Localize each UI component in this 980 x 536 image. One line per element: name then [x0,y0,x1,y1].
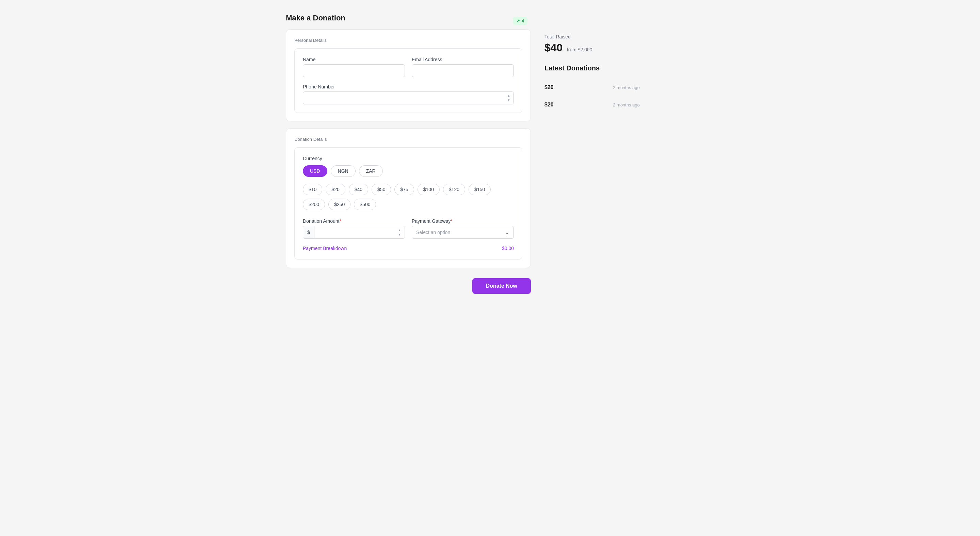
email-label: Email Address [412,57,514,62]
amount-pill-250[interactable]: $250 [328,198,350,210]
name-field-group: Name [303,57,405,77]
currency-btn-ngn[interactable]: NGN [331,165,356,177]
total-raised-row: $40 from $2,000 [544,41,640,54]
amount-pill-100[interactable]: $100 [417,184,440,195]
payment-breakdown-row: Payment Breakdown $0.00 [303,246,514,251]
donations-list: $20 2 months ago $20 2 months ago [544,79,640,114]
payment-gateway-label: Payment Gateway* [412,218,514,224]
donation-amount-gateway-row: Donation Amount* $ ▲ ▼ [303,218,514,239]
donation-amount-wrapper-group: Donation Amount* $ ▲ ▼ [303,218,405,239]
latest-donations-title: Latest Donations [544,64,640,72]
amount-pill-50[interactable]: $50 [372,184,391,195]
currency-btn-usd[interactable]: USD [303,165,327,177]
amount-pill-75[interactable]: $75 [395,184,414,195]
donation-item: $20 2 months ago [544,96,640,114]
payment-breakdown-label[interactable]: Payment Breakdown [303,246,347,251]
donation-item-amount: $20 [544,84,554,90]
currency-btn-zar[interactable]: ZAR [359,165,383,177]
total-raised-label: Total Raised [544,34,640,40]
phone-label: Phone Number [303,84,514,89]
phone-spinner: ▲ ▼ [507,94,511,102]
name-input[interactable] [303,64,405,77]
donate-btn-row: Donate Now [286,275,531,297]
from-goal: from $2,000 [567,47,592,52]
donation-item-time: 2 months ago [613,102,640,108]
name-email-row: Name Email Address [303,57,514,77]
donation-item-time: 2 months ago [613,85,640,90]
donation-amount-label: Donation Amount* [303,218,405,224]
side-panel: Total Raised $40 from $2,000 Latest Dona… [544,14,640,529]
trending-count: 4 [522,18,524,24]
currency-row: USDNGNZAR [303,165,514,177]
phone-input[interactable] [303,92,514,105]
phone-input-wrapper: ▲ ▼ [303,92,514,105]
donate-now-button[interactable]: Donate Now [472,278,531,294]
amount-pills: $10$20$40$50$75$100$120$150$200$250$500 [303,184,514,210]
amount-pill-40[interactable]: $40 [349,184,368,195]
donation-details-card: Donation Details Currency USDNGNZAR $10$… [286,128,531,268]
payment-gateway-wrapper: Select an option Stripe PayPal Flutterwa… [412,226,514,239]
amount-spinner: ▲ ▼ [398,228,401,236]
page-title: Make a Donation [286,14,531,22]
donation-details-inner: Currency USDNGNZAR $10$20$40$50$75$100$1… [294,147,522,260]
total-raised-amount: $40 [544,41,563,54]
email-input[interactable] [412,64,514,77]
required-star: * [339,218,341,224]
donation-item-amount: $20 [544,102,554,108]
donation-amount-input-wrapper: $ ▲ ▼ [303,226,405,239]
trending-up-icon: ↗ [516,18,520,24]
personal-details-card: Personal Details Name Email Address Phon… [286,29,531,121]
name-label: Name [303,57,405,62]
personal-details-label: Personal Details [294,38,522,43]
donation-amount-input[interactable] [314,226,404,238]
donation-details-label: Donation Details [294,137,522,142]
donation-amount-inner-wrapper: $ ▲ ▼ [303,226,405,239]
gateway-required-star: * [450,218,452,224]
donation-item: $20 2 months ago [544,79,640,96]
trending-badge: ↗ 4 [513,17,527,25]
amount-pill-20[interactable]: $20 [326,184,345,195]
amount-pill-10[interactable]: $10 [303,184,322,195]
personal-details-inner: Name Email Address Phone Number ▲ ▼ [294,48,522,113]
payment-gateway-select[interactable]: Select an option Stripe PayPal Flutterwa… [412,226,514,239]
amount-pill-120[interactable]: $120 [443,184,465,195]
amount-pill-150[interactable]: $150 [469,184,491,195]
payment-gateway-group: Payment Gateway* Select an option Stripe… [412,218,514,239]
email-field-group: Email Address [412,57,514,77]
amount-pill-500[interactable]: $500 [354,198,376,210]
currency-symbol: $ [303,226,314,238]
main-form-section: ↗ 4 Make a Donation Personal Details Nam… [286,14,531,529]
payment-breakdown-value: $0.00 [502,246,514,251]
currency-label: Currency [303,156,514,161]
phone-field-group: Phone Number ▲ ▼ [303,84,514,105]
amount-pill-200[interactable]: $200 [303,198,325,210]
